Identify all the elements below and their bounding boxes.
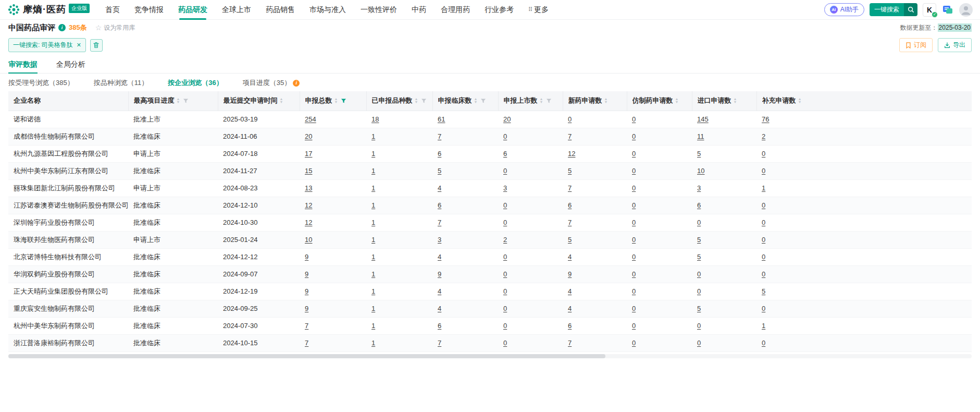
company-name-link[interactable]: 重庆宸安生物制药有限公司	[14, 305, 95, 312]
main-tab-2[interactable]: 全局分析	[56, 56, 85, 73]
nav-item-6[interactable]: 市场与准入	[309, 0, 346, 20]
value-link[interactable]: 0	[632, 201, 636, 209]
value-link[interactable]: 0	[762, 270, 765, 278]
value-link[interactable]: 4	[568, 305, 572, 312]
value-link[interactable]: 6	[697, 201, 701, 209]
sort-carets-icon[interactable]: ▲▼	[675, 98, 679, 104]
value-link[interactable]: 13	[305, 184, 312, 192]
value-link[interactable]: 5	[697, 236, 701, 244]
column-header-10[interactable]: 进口申请数▲▼	[692, 91, 756, 111]
filter-funnel-icon[interactable]	[546, 98, 552, 104]
company-name-link[interactable]: 丽珠集团新北江制药股份有限公司	[14, 184, 115, 192]
value-link[interactable]: 3	[697, 184, 701, 192]
sub-tab-4[interactable]: 项目进度（35）i	[243, 78, 300, 88]
value-link[interactable]: 0	[762, 339, 765, 347]
value-link[interactable]: 17	[305, 150, 312, 157]
value-link[interactable]: 2	[503, 236, 507, 244]
value-link[interactable]: 0	[503, 201, 507, 209]
value-link[interactable]: 1	[371, 201, 375, 209]
value-link[interactable]: 76	[762, 115, 769, 123]
value-link[interactable]: 7	[438, 132, 441, 140]
company-name-link[interactable]: 杭州中美华东制药有限公司	[14, 322, 95, 330]
value-link[interactable]: 1	[762, 184, 765, 192]
value-link[interactable]: 0	[632, 253, 636, 261]
company-name-link[interactable]: 杭州九源基因工程股份有限公司	[14, 150, 108, 157]
filter-funnel-icon[interactable]	[480, 98, 486, 104]
company-name-link[interactable]: 珠海联邦生物医药有限公司	[14, 236, 95, 244]
value-link[interactable]: 7	[568, 132, 572, 140]
nav-item-5[interactable]: 药品销售	[266, 0, 295, 20]
sub-tab-2[interactable]: 按品种浏览（11）	[94, 78, 148, 88]
value-link[interactable]: 0	[632, 219, 636, 226]
value-link[interactable]: 0	[632, 167, 636, 175]
sort-carets-icon[interactable]: ▲▼	[415, 98, 418, 104]
value-link[interactable]: 5	[697, 305, 701, 312]
sort-carets-icon[interactable]: ▲▼	[280, 98, 283, 104]
value-link[interactable]: 10	[697, 167, 704, 175]
value-link[interactable]: 0	[503, 305, 507, 312]
message-icon[interactable]	[941, 4, 954, 16]
column-header-7[interactable]: 申报上市数▲▼	[498, 91, 563, 111]
value-link[interactable]: 5	[697, 253, 701, 261]
value-link[interactable]: 6	[568, 201, 572, 209]
value-link[interactable]: 9	[305, 305, 308, 312]
column-header-11[interactable]: 补充申请数▲▼	[756, 91, 972, 111]
value-link[interactable]: 0	[697, 287, 701, 295]
value-link[interactable]: 0	[697, 322, 701, 330]
company-name-link[interactable]: 江苏诺泰澳赛诺生物制药股份有限公司	[14, 201, 128, 209]
value-link[interactable]: 4	[438, 253, 441, 261]
sort-carets-icon[interactable]: ▲▼	[604, 98, 608, 104]
sort-carets-icon[interactable]: ▲▼	[734, 98, 737, 104]
value-link[interactable]: 9	[305, 270, 308, 278]
scrollbar-thumb[interactable]	[8, 354, 605, 358]
value-link[interactable]: 5	[568, 236, 572, 244]
value-link[interactable]: 0	[632, 270, 636, 278]
value-link[interactable]: 3	[503, 184, 507, 192]
column-header-8[interactable]: 新药申请数▲▼	[563, 91, 627, 111]
value-link[interactable]: 5	[762, 287, 765, 295]
value-link[interactable]: 7	[568, 219, 572, 226]
value-link[interactable]: 6	[438, 201, 441, 209]
value-link[interactable]: 0	[697, 270, 701, 278]
app-logo[interactable]: 摩熵·医药 企业版	[7, 3, 90, 16]
value-link[interactable]: 0	[762, 236, 765, 244]
value-link[interactable]: 1	[371, 236, 375, 244]
filter-funnel-icon[interactable]	[421, 98, 427, 104]
value-link[interactable]: 0	[762, 253, 765, 261]
value-link[interactable]: 12	[305, 219, 312, 226]
value-link[interactable]: 6	[503, 150, 507, 157]
value-link[interactable]: 11	[697, 132, 704, 140]
value-link[interactable]: 1	[371, 219, 375, 226]
value-link[interactable]: 0	[697, 339, 701, 347]
value-link[interactable]: 5	[568, 167, 572, 175]
value-link[interactable]: 5	[697, 150, 701, 157]
value-link[interactable]: 4	[568, 287, 572, 295]
value-link[interactable]: 0	[503, 270, 507, 278]
value-link[interactable]: 10	[305, 236, 312, 244]
company-name-link[interactable]: 浙江普洛康裕制药有限公司	[14, 339, 95, 347]
ai-assistant-button[interactable]: AI AI助手	[824, 3, 864, 16]
value-link[interactable]: 7	[438, 339, 441, 347]
value-link[interactable]: 0	[503, 167, 507, 175]
column-header-9[interactable]: 仿制药申请数▲▼	[627, 91, 692, 111]
value-link[interactable]: 15	[305, 167, 312, 175]
nav-item-3[interactable]: 药品研发	[178, 0, 207, 20]
company-name-link[interactable]: 华润双鹤药业股份有限公司	[14, 270, 95, 278]
value-link[interactable]: 1	[371, 339, 375, 347]
customer-service-icon[interactable]: K ✓	[923, 3, 936, 17]
value-link[interactable]: 20	[503, 115, 511, 123]
sort-carets-icon[interactable]: ▲▼	[798, 98, 802, 104]
value-link[interactable]: 4	[438, 287, 441, 295]
value-link[interactable]: 0	[632, 132, 636, 140]
quick-search-button[interactable]: 一键搜索	[870, 3, 917, 16]
value-link[interactable]: 9	[568, 270, 572, 278]
company-name-link[interactable]: 北京诺博特生物科技有限公司	[14, 253, 102, 261]
sort-carets-icon[interactable]: ▲▼	[177, 98, 180, 104]
value-link[interactable]: 0	[632, 305, 636, 312]
value-link[interactable]: 0	[762, 201, 765, 209]
value-link[interactable]: 0	[632, 236, 636, 244]
value-link[interactable]: 12	[568, 150, 575, 157]
value-link[interactable]: 1	[762, 322, 765, 330]
value-link[interactable]: 1	[371, 132, 375, 140]
value-link[interactable]: 20	[305, 132, 312, 140]
